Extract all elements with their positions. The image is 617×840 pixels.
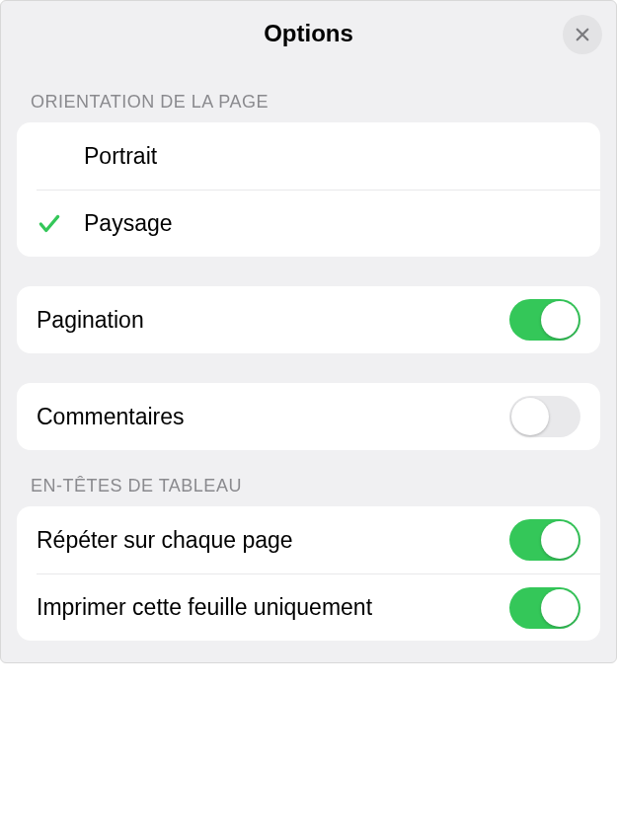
print-sheet-toggle[interactable]: [509, 587, 580, 629]
toggle-knob: [541, 589, 578, 627]
orientation-portrait-label: Portrait: [84, 143, 580, 170]
comments-label: Commentaires: [37, 404, 509, 430]
close-icon: [574, 26, 591, 43]
orientation-paysage-row[interactable]: Paysage: [37, 190, 600, 257]
toggle-knob: [541, 521, 578, 559]
close-button[interactable]: [563, 15, 602, 54]
pagination-group: Pagination: [17, 286, 600, 353]
panel-title: Options: [264, 20, 353, 47]
comments-group: Commentaires: [17, 383, 600, 450]
section-label-orientation: ORIENTATION DE LA PAGE: [1, 66, 616, 122]
orientation-paysage-label: Paysage: [84, 210, 580, 237]
pagination-label: Pagination: [37, 307, 509, 334]
print-sheet-label: Imprimer cette feuille uniquement: [37, 594, 509, 621]
pagination-row: Pagination: [17, 286, 600, 353]
pagination-toggle[interactable]: [509, 299, 580, 341]
panel-header: Options: [1, 1, 616, 66]
section-label-headers: EN-TÊTES DE TABLEAU: [1, 450, 616, 506]
checkmark-icon: [37, 211, 62, 237]
orientation-group: Portrait Paysage: [17, 122, 600, 257]
repeat-headers-label: Répéter sur chaque page: [37, 527, 509, 554]
table-headers-group: Répéter sur chaque page Imprimer cette f…: [17, 506, 600, 641]
toggle-knob: [541, 301, 578, 339]
repeat-headers-toggle[interactable]: [509, 519, 580, 561]
print-sheet-row: Imprimer cette feuille uniquement: [37, 573, 600, 641]
repeat-headers-row: Répéter sur chaque page: [17, 506, 600, 573]
toggle-knob: [511, 398, 549, 435]
orientation-portrait-row[interactable]: Portrait: [17, 122, 600, 190]
check-column: [37, 211, 84, 237]
comments-row: Commentaires: [17, 383, 600, 450]
comments-toggle[interactable]: [509, 396, 580, 437]
options-panel: Options ORIENTATION DE LA PAGE Portrait …: [0, 0, 617, 663]
